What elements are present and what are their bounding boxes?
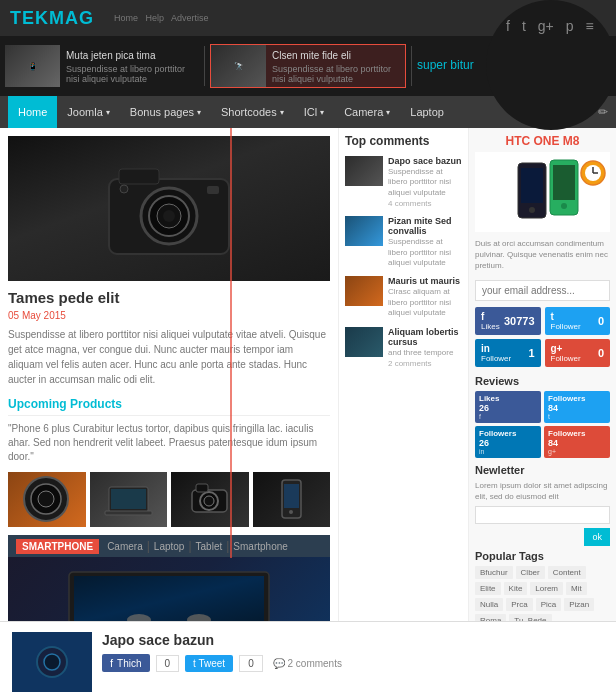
svg-rect-12: [105, 511, 152, 515]
comment-item-2[interactable]: Pizan mite Sed convallis Suspendisse at …: [345, 216, 462, 268]
tag-1[interactable]: Clber: [516, 566, 545, 579]
site-logo: TEKMAG: [10, 8, 94, 29]
tag-3[interactable]: Elite: [475, 582, 501, 595]
tweet-icon: t: [193, 658, 196, 669]
comment-item-3[interactable]: Mauris ut mauris Clrasc aliquam at liber…: [345, 276, 462, 318]
fb-like-button[interactable]: f Thich: [102, 654, 150, 672]
newsletter-title: Newletter: [475, 464, 610, 476]
featured-title-1: Muta jeten pica tima: [66, 49, 199, 62]
product-grid: [8, 472, 330, 527]
tweet-button[interactable]: t Tweet: [185, 655, 233, 672]
comment-thumb-4: [345, 327, 383, 357]
popular-tags-title: Popular Tags: [475, 546, 610, 562]
tag-2[interactable]: Content: [548, 566, 586, 579]
reviews-fb-btn[interactable]: Likes 26 f: [475, 391, 541, 423]
facebook-icon[interactable]: f: [506, 18, 510, 34]
featured-desc-1: Suspendisse at libero porttitor nisi ali…: [66, 64, 199, 84]
social-circle: f t g+ p ≡: [486, 0, 616, 130]
svg-point-33: [529, 207, 535, 213]
nav-item-shortcodes[interactable]: Shortcodes ▾: [211, 96, 294, 128]
comment-item-1[interactable]: Dapo sace bazun Suspendisse at libero po…: [345, 156, 462, 208]
tag-10[interactable]: Pizan: [564, 598, 594, 611]
linkedin-follow-btn[interactable]: in Follower 1: [475, 339, 541, 367]
newsletter-input[interactable]: [475, 506, 610, 524]
smartphone-nav-laptop[interactable]: Laptop: [154, 541, 185, 552]
product-thumb-3[interactable]: [171, 472, 249, 527]
comment-thumb-2: [345, 216, 383, 246]
svg-point-7: [120, 185, 128, 193]
tweet-count: 0: [239, 655, 263, 672]
tag-8[interactable]: Prca: [506, 598, 532, 611]
pinterest-icon[interactable]: p: [566, 18, 574, 34]
smartphone-nav-camera[interactable]: Camera: [107, 541, 143, 552]
tw-icon: t Follower: [551, 311, 581, 331]
googleplus-icon[interactable]: g+: [538, 18, 554, 34]
nikon-svg: [182, 472, 237, 527]
fb-icon: f Likes: [481, 311, 500, 331]
popup-thumbnail: [12, 632, 92, 692]
article-title: Tames pede elit: [8, 289, 330, 306]
tag-6[interactable]: Mit: [566, 582, 587, 595]
nav-item-joomla[interactable]: Joomla ▾: [57, 96, 119, 128]
tag-5[interactable]: Lorem: [530, 582, 563, 595]
rss-icon[interactable]: ≡: [586, 18, 594, 34]
featured-thumb-1: 📱: [5, 45, 60, 87]
comment-title-4: Aliquam lobertis cursus: [388, 327, 462, 347]
laptop-thumb-svg: [101, 472, 156, 527]
googleplus-follow-btn[interactable]: g+ Follower 0: [545, 339, 611, 367]
newsletter-submit-button[interactable]: ok: [584, 528, 610, 546]
product-thumb-4[interactable]: [253, 472, 331, 527]
nav-item-camera[interactable]: Camera ▾: [334, 96, 400, 128]
facebook-follow-btn[interactable]: f Likes 30773: [475, 307, 541, 335]
popup-thumb-svg: [12, 632, 92, 692]
featured-text-3: super bitur: [417, 58, 474, 74]
reviews-title: Reviews: [475, 375, 610, 387]
bottom-popup: Japo sace bazun f Thich 0 t Tweet 0 💬 2 …: [0, 621, 616, 700]
nav-item-bonus[interactable]: Bonus pages ▾: [120, 96, 211, 128]
svg-rect-32: [521, 168, 543, 203]
twitter-icon[interactable]: t: [522, 18, 526, 34]
camera-svg: [89, 154, 249, 264]
featured-item-1[interactable]: 📱 Muta jeten pica tima Suspendisse at li…: [5, 45, 199, 87]
article-date: 05 May 2015: [8, 310, 330, 321]
far-right-column: HTC ONE M8 Duis at orci accumsan condime…: [468, 128, 616, 700]
tag-4[interactable]: Kite: [504, 582, 528, 595]
comment-thumb-3: [345, 276, 383, 306]
header-links: Home Help Advertise: [114, 13, 209, 23]
upcoming-products-title: Upcoming Products: [8, 397, 330, 416]
comment-count-4: 2 comments: [388, 359, 462, 368]
smartphone-label: SMARTPHONE: [16, 539, 99, 554]
reviews-li-btn[interactable]: Followers 26 in: [475, 426, 541, 458]
nav-item-laptop[interactable]: Laptop: [400, 96, 454, 128]
reviews-gp-btn[interactable]: Followers 84 g+: [544, 426, 610, 458]
article-text: Suspendisse at libero porttitor nisi ali…: [8, 327, 330, 387]
product-thumb-1[interactable]: [8, 472, 86, 527]
comment-item-4[interactable]: Aliquam lobertis cursus and three tempor…: [345, 327, 462, 368]
nav-item-icl[interactable]: ICl ▾: [294, 96, 334, 128]
featured-item-2[interactable]: 🔭 Clsen mite fide eli Suspendisse at lib…: [210, 44, 406, 88]
li-count: 1: [528, 347, 534, 359]
fb-like-icon: f: [110, 657, 113, 669]
featured-title-3: super bitur: [417, 58, 474, 74]
tag-7[interactable]: Nulla: [475, 598, 503, 611]
email-input[interactable]: [475, 280, 610, 301]
smartphone-nav-smartphone[interactable]: Smartphone: [233, 541, 287, 552]
comment-count-1: 4 comments: [388, 199, 462, 208]
svg-rect-1: [119, 169, 159, 184]
twitter-follow-btn[interactable]: t Follower 0: [545, 307, 611, 335]
comment-title-3: Mauris ut mauris: [388, 276, 462, 286]
comments-link[interactable]: 💬 2 comments: [273, 658, 342, 669]
popup-actions: f Thich 0 t Tweet 0 💬 2 comments: [102, 654, 604, 672]
product-thumb-2[interactable]: [90, 472, 168, 527]
smartphone-nav-tablet[interactable]: Tablet: [196, 541, 223, 552]
comment-info-3: Mauris ut mauris Clrasc aliquam at liber…: [388, 276, 462, 318]
comment-desc-3: Clrasc aliquam at libero porttitor nisi …: [388, 287, 462, 318]
red-vertical-line: [230, 128, 232, 558]
tag-0[interactable]: Bfuchur: [475, 566, 513, 579]
nav-item-home[interactable]: Home: [8, 96, 57, 128]
featured-thumb-2: 🔭: [211, 45, 266, 87]
tag-9[interactable]: Pica: [536, 598, 562, 611]
reviews-tw-btn[interactable]: Followers 84 t: [544, 391, 610, 423]
li-icon: in Follower: [481, 343, 511, 363]
top-comments-title: Top comments: [345, 134, 462, 148]
